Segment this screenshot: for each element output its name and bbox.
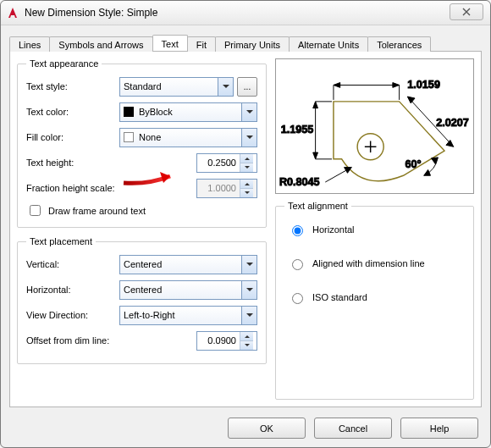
browse-style-button[interactable]: ... bbox=[237, 77, 257, 97]
chevron-down-icon bbox=[241, 256, 257, 274]
input-fraction-height-field bbox=[197, 182, 240, 194]
label-text-height: Text height: bbox=[26, 158, 136, 168]
tab-symbols-arrows[interactable]: Symbols and Arrows bbox=[49, 36, 152, 52]
tab-alternate-units[interactable]: Alternate Units bbox=[289, 36, 368, 52]
tab-fit[interactable]: Fit bbox=[187, 36, 216, 52]
dialog-footer: OK Cancel Help bbox=[228, 418, 478, 439]
combo-text-color-value: ByBlock bbox=[139, 107, 173, 117]
label-vertical: Vertical: bbox=[26, 259, 119, 269]
close-icon bbox=[461, 8, 472, 16]
preview-dim-right: 2.0207 bbox=[436, 117, 469, 129]
dimension-preview-icon: 1.0159 1.1955 2.0207 60° bbox=[276, 59, 473, 193]
spinner-arrows-icon bbox=[240, 180, 253, 197]
svg-marker-9 bbox=[313, 102, 318, 108]
input-text-height-field[interactable] bbox=[197, 157, 240, 169]
checkbox-draw-frame-input[interactable] bbox=[30, 205, 41, 216]
checkbox-draw-frame[interactable]: Draw frame around text bbox=[26, 202, 257, 218]
svg-marker-14 bbox=[407, 97, 415, 103]
combo-text-style[interactable]: Standard bbox=[119, 77, 234, 97]
svg-marker-10 bbox=[313, 152, 318, 159]
preview-radius: R0.8045 bbox=[279, 176, 320, 188]
radio-aligned-input[interactable] bbox=[292, 259, 303, 270]
combo-horizontal-value: Centered bbox=[124, 285, 162, 295]
svg-marker-17 bbox=[424, 169, 431, 175]
chevron-down-icon bbox=[241, 129, 257, 147]
ok-button[interactable]: OK bbox=[228, 418, 306, 439]
window-title: New Dimension Style: Simple bbox=[25, 7, 157, 19]
svg-marker-5 bbox=[393, 83, 400, 88]
combo-fill-color[interactable]: None bbox=[119, 128, 257, 147]
input-text-height[interactable] bbox=[196, 153, 257, 173]
input-offset-field[interactable] bbox=[197, 335, 240, 346]
radio-aligned[interactable]: Aligned with dimension line bbox=[284, 252, 465, 275]
preview-dim-top: 1.0159 bbox=[407, 79, 440, 91]
combo-view-direction-value: Left-to-Right bbox=[124, 310, 175, 320]
group-text-placement: Text placement Vertical: Centered Horizo… bbox=[17, 236, 267, 364]
combo-fill-color-value: None bbox=[139, 132, 161, 142]
combo-text-style-value: Standard bbox=[124, 81, 162, 91]
tab-text[interactable]: Text bbox=[152, 35, 188, 51]
preview-dim-left: 1.1955 bbox=[281, 124, 314, 136]
chevron-down-icon bbox=[241, 103, 257, 121]
tab-primary-units[interactable]: Primary Units bbox=[215, 36, 290, 52]
combo-vertical-value: Centered bbox=[124, 259, 162, 269]
label-offset: Offset from dim line: bbox=[26, 335, 136, 346]
radio-horizontal[interactable]: Horizontal bbox=[284, 218, 465, 241]
spinner-arrows-icon[interactable] bbox=[240, 154, 253, 172]
label-text-color: Text color: bbox=[26, 107, 119, 117]
checkbox-draw-frame-label: Draw frame around text bbox=[48, 206, 146, 216]
radio-horizontal-label: Horizontal bbox=[312, 224, 355, 235]
combo-horizontal[interactable]: Centered bbox=[119, 280, 257, 300]
combo-text-color[interactable]: ByBlock bbox=[119, 102, 257, 122]
radio-iso[interactable]: ISO standard bbox=[284, 285, 465, 309]
tab-panel: Text appearance Text style: Standard ...… bbox=[9, 52, 482, 407]
tab-strip: Lines Symbols and Arrows Text Fit Primar… bbox=[9, 32, 482, 52]
color-swatch-none-icon bbox=[124, 132, 134, 142]
preview-angle: 60° bbox=[405, 158, 421, 170]
app-icon bbox=[6, 6, 19, 19]
svg-marker-4 bbox=[334, 83, 340, 88]
label-view-direction: View Direction: bbox=[26, 310, 119, 320]
preview-pane: 1.0159 1.1955 2.0207 60° bbox=[275, 58, 474, 194]
combo-view-direction[interactable]: Left-to-Right bbox=[119, 306, 257, 325]
label-fraction-height: Fraction height scale: bbox=[26, 183, 136, 193]
titlebar: New Dimension Style: Simple bbox=[1, 1, 490, 25]
svg-marker-15 bbox=[446, 141, 454, 147]
color-swatch-icon bbox=[124, 107, 134, 117]
tab-tolerances[interactable]: Tolerances bbox=[367, 36, 431, 52]
radio-aligned-label: Aligned with dimension line bbox=[312, 258, 425, 268]
group-text-alignment: Text alignment Horizontal Aligned with d… bbox=[275, 201, 474, 400]
svg-marker-16 bbox=[431, 158, 438, 164]
radio-horizontal-input[interactable] bbox=[292, 225, 303, 236]
legend-appearance: Text appearance bbox=[26, 58, 102, 69]
group-text-appearance: Text appearance Text style: Standard ...… bbox=[17, 58, 267, 228]
dialog-window: New Dimension Style: Simple Lines Symbol… bbox=[0, 0, 491, 448]
combo-vertical[interactable]: Centered bbox=[119, 255, 257, 274]
chevron-down-icon bbox=[218, 78, 233, 96]
input-fraction-height bbox=[196, 179, 257, 198]
help-button[interactable]: Help bbox=[400, 418, 478, 439]
chevron-down-icon bbox=[241, 281, 257, 299]
chevron-down-icon bbox=[241, 307, 257, 324]
radio-iso-input[interactable] bbox=[292, 293, 303, 304]
label-text-style: Text style: bbox=[26, 81, 119, 91]
legend-placement: Text placement bbox=[26, 236, 96, 246]
label-fill-color: Fill color: bbox=[26, 132, 119, 142]
cancel-button[interactable]: Cancel bbox=[314, 418, 392, 439]
spinner-arrows-icon[interactable] bbox=[240, 332, 253, 350]
close-button[interactable] bbox=[450, 3, 483, 20]
legend-alignment: Text alignment bbox=[284, 201, 351, 211]
radio-iso-label: ISO standard bbox=[312, 292, 367, 302]
tab-lines[interactable]: Lines bbox=[9, 36, 50, 52]
label-horizontal: Horizontal: bbox=[26, 285, 119, 295]
input-offset[interactable] bbox=[196, 331, 257, 351]
